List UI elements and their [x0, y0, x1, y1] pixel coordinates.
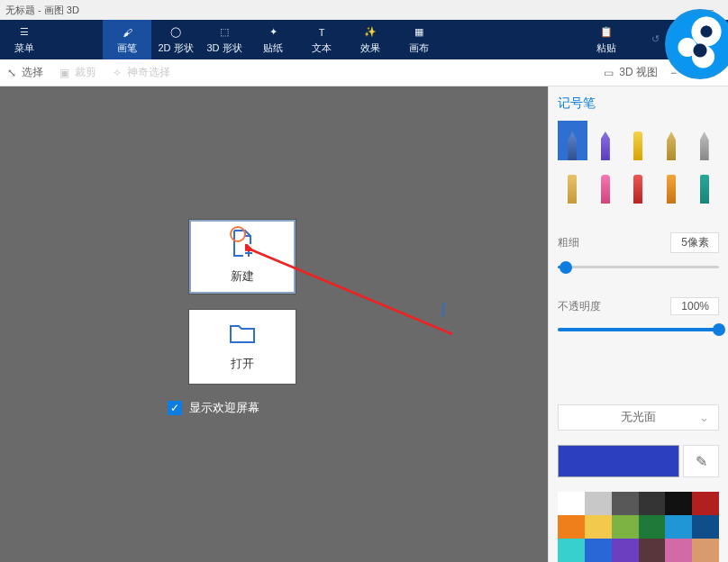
swatch[interactable] [692, 539, 719, 562]
ribbon-menu[interactable]: ☰ 菜单 [0, 20, 49, 59]
opacity-slider[interactable] [558, 328, 719, 331]
ribbon-brush[interactable]: 🖌 画笔 [103, 20, 151, 59]
toolbar-label: 神奇选择 [127, 65, 170, 80]
thickness-slider[interactable] [558, 266, 719, 268]
toolbar-select[interactable]: ⤡ 选择 [7, 65, 43, 80]
cursor-icon: ⤡ [7, 67, 16, 79]
ribbon-2d-shapes[interactable]: ◯ 2D 形状 [151, 20, 200, 59]
welcome-modal: 新建 打开 ✓ 显示欢迎屏幕 [164, 220, 461, 416]
swatch[interactable] [665, 539, 692, 562]
pen-fill[interactable] [689, 164, 719, 204]
welcome-label: 显示欢迎屏幕 [189, 400, 259, 416]
tile-open[interactable]: 打开 [189, 310, 296, 384]
shape2d-icon: ◯ [170, 25, 181, 40]
tile-label: 新建 [231, 268, 254, 285]
cursor-hint: ʃ [441, 302, 446, 316]
swatch[interactable] [665, 492, 692, 515]
swatch[interactable] [558, 539, 585, 562]
opacity-label: 不透明度 [558, 299, 601, 314]
swatch[interactable] [665, 515, 692, 539]
ribbon-label: 效果 [360, 41, 380, 55]
toolbar-magic-select: ✧ 神奇选择 [113, 65, 170, 80]
swatch[interactable] [612, 539, 639, 562]
ribbon-paste[interactable]: 📋 粘贴 [582, 20, 631, 59]
pen-marker[interactable] [558, 121, 587, 160]
ribbon-canvas[interactable]: ▦ 画布 [395, 20, 443, 59]
pen-spray[interactable] [657, 164, 687, 204]
pen-highlighter[interactable] [623, 121, 653, 160]
ribbon-label: 贴纸 [263, 41, 283, 55]
eyedropper-button[interactable]: ✎ [683, 445, 719, 477]
brush-icon: 🖌 [123, 25, 132, 40]
pen-pencil[interactable] [558, 164, 587, 204]
pen-eraser[interactable] [689, 121, 719, 160]
window-title: 无标题 - 画图 3D [5, 4, 79, 17]
swatch[interactable] [612, 492, 639, 515]
toolbar-label: 3D 视图 [619, 65, 658, 80]
ribbon-stickers[interactable]: ✦ 贴纸 [249, 20, 297, 59]
canvas-icon: ▦ [414, 25, 423, 40]
welcome-toggle-row[interactable]: ✓ 显示欢迎屏幕 [168, 400, 461, 416]
swatch[interactable] [639, 515, 666, 539]
crop-icon: ▣ [59, 67, 69, 79]
pen-grid [558, 121, 719, 204]
material-label: 无光面 [621, 409, 656, 425]
folder-icon [229, 322, 256, 347]
ribbon-label: 文本 [312, 41, 332, 55]
toolbar-label: 裁剪 [75, 65, 96, 80]
text-icon: T [319, 25, 325, 40]
menu-icon: ☰ [20, 25, 29, 40]
swatch[interactable] [585, 515, 612, 539]
pen-oil[interactable] [657, 121, 687, 160]
workspace: 新建 打开 ✓ 显示欢迎屏幕 ʃ 记号笔 [0, 86, 728, 562]
toolbar: ⤡ 选择 ▣ 裁剪 ✧ 神奇选择 ▭ 3D 视图 − + ⋯ [0, 59, 728, 86]
swatch[interactable] [558, 515, 585, 539]
globe-badge [665, 9, 728, 79]
thickness-label: 粗细 [558, 235, 579, 250]
ribbon-label: 菜单 [14, 41, 34, 55]
ribbon-label: 画笔 [117, 41, 137, 55]
ribbon: ☰ 菜单 🖌 画笔 ◯ 2D 形状 ⬚ 3D 形状 ✦ 贴纸 T 文本 ✨ 效果… [0, 20, 728, 59]
toolbar-label: 选择 [22, 65, 43, 80]
pen-crayon[interactable] [623, 164, 653, 204]
ribbon-text[interactable]: T 文本 [297, 20, 346, 59]
ribbon-3d-shapes[interactable]: ⬚ 3D 形状 [200, 20, 249, 59]
opacity-value[interactable]: 100% [670, 297, 719, 315]
paste-icon: 📋 [600, 25, 613, 40]
swatch[interactable] [639, 539, 666, 562]
material-select[interactable]: 无光面 ⌄ [558, 404, 719, 431]
ribbon-label: 3D 形状 [206, 41, 241, 55]
brush-panel: 记号笔 粗细 5像素 不透明度 100% [548, 86, 728, 562]
thickness-row: 粗细 5像素 [558, 232, 719, 253]
effects-icon: ✨ [364, 25, 377, 40]
current-color[interactable] [558, 445, 679, 477]
sticker-icon: ✦ [269, 25, 278, 40]
magic-icon: ✧ [113, 67, 122, 79]
swatch-grid [558, 492, 719, 562]
swatch[interactable] [585, 539, 612, 562]
thickness-value[interactable]: 5像素 [670, 232, 719, 253]
swatch[interactable] [692, 492, 719, 515]
pen-pastel[interactable] [591, 164, 621, 204]
ribbon-label: 2D 形状 [158, 41, 193, 55]
opacity-row: 不透明度 100% [558, 297, 719, 315]
panel-title: 记号笔 [558, 95, 719, 112]
tile-label: 打开 [231, 356, 254, 372]
annotation-circle [230, 226, 246, 242]
toolbar-3d-view[interactable]: ▭ 3D 视图 [604, 65, 658, 80]
color-row: ✎ [558, 445, 719, 477]
pen-calligraphy[interactable] [591, 121, 621, 160]
shape3d-icon: ⬚ [220, 25, 229, 40]
swatch[interactable] [585, 492, 612, 515]
swatch[interactable] [612, 515, 639, 539]
swatch[interactable] [558, 492, 585, 515]
ribbon-label: 画布 [409, 41, 429, 55]
chevron-down-icon: ⌄ [699, 411, 709, 424]
swatch[interactable] [692, 515, 719, 539]
titlebar: 无标题 - 画图 3D — [0, 0, 728, 20]
remix-icon: ↺ [651, 32, 660, 46]
ribbon-effects[interactable]: ✨ 效果 [346, 20, 395, 59]
swatch[interactable] [639, 492, 666, 515]
ribbon-label: 粘贴 [596, 41, 616, 55]
checkbox-welcome[interactable]: ✓ [168, 401, 182, 415]
